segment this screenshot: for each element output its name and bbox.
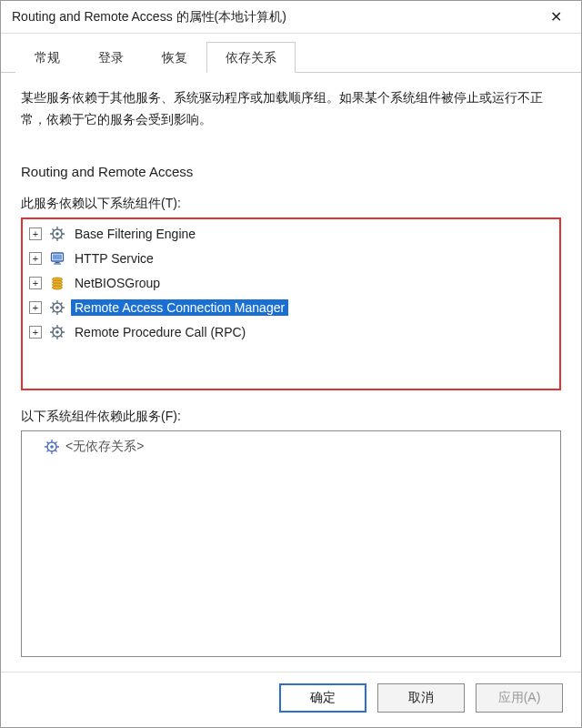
expand-icon[interactable]: + [29,326,42,339]
service-name-heading: Routing and Remote Access [21,164,561,179]
tab-recovery[interactable]: 恢复 [143,42,206,73]
tree-item[interactable]: + Base Filtering Engine [24,222,558,247]
gear-icon [49,299,65,316]
ok-button[interactable]: 确定 [279,683,366,713]
tab-logon[interactable]: 登录 [79,42,143,73]
apply-button: 应用(A) [476,683,563,713]
tree-item-label: Remote Access Connection Manager [71,299,288,316]
depends-on-listbox[interactable]: + Base Filtering Engine + HTTP Service +… [21,217,561,390]
depends-on-label: 此服务依赖以下系统组件(T): [21,196,561,212]
svg-point-11 [55,306,59,309]
monitor-icon [49,250,65,267]
svg-point-1 [55,232,59,236]
expand-icon[interactable]: + [29,228,42,240]
required-by-listbox[interactable]: <无依存关系> [21,430,561,657]
tree-item-label: Base Filtering Engine [71,226,199,242]
svg-point-15 [50,445,54,449]
tab-content: 某些服务依赖于其他服务、系统驱动程序或加载顺序组。如果某个系统组件被停止或运行不… [1,73,581,672]
required-by-label: 以下系统组件依赖此服务(F): [21,409,561,425]
expand-icon[interactable]: + [29,252,42,265]
close-icon: ✕ [550,8,562,25]
tree-item[interactable]: + NetBIOSGroup [24,271,558,296]
svg-point-13 [55,330,59,334]
tree-item[interactable]: + HTTP Service [24,247,558,271]
tree-item-label: NetBIOSGroup [71,275,164,291]
tab-dependencies[interactable]: 依存关系 [206,42,296,73]
close-button[interactable]: ✕ [537,4,574,31]
svg-point-9 [53,286,63,289]
svg-rect-5 [54,264,61,265]
dialog-buttons: 确定 取消 应用(A) [1,672,581,727]
gear-icon [49,324,65,340]
tree-item[interactable]: + Remote Procedure Call (RPC) [24,320,558,345]
expand-icon[interactable]: + [29,277,42,289]
cancel-button[interactable]: 取消 [377,683,465,713]
titlebar: Routing and Remote Access 的属性(本地计算机) ✕ [1,1,581,34]
stack-icon [49,275,65,291]
tree-item: <无依存关系> [24,435,558,459]
expand-icon[interactable]: + [29,301,42,314]
tree-item-label: Remote Procedure Call (RPC) [71,324,249,340]
window-title: Routing and Remote Access 的属性(本地计算机) [12,9,537,25]
no-dependencies-label: <无依存关系> [65,439,144,455]
gear-icon [44,439,60,455]
svg-rect-3 [53,255,62,260]
properties-dialog: Routing and Remote Access 的属性(本地计算机) ✕ 常… [0,0,582,728]
gear-icon [49,226,65,242]
description-text: 某些服务依赖于其他服务、系统驱动程序或加载顺序组。如果某个系统组件被停止或运行不… [21,87,561,131]
tree-item[interactable]: + Remote Access Connection Manager [24,296,558,320]
svg-rect-4 [55,262,60,263]
tree-item-label: HTTP Service [71,250,157,267]
tab-strip: 常规 登录 恢复 依存关系 [1,34,581,73]
tab-general[interactable]: 常规 [15,42,79,73]
